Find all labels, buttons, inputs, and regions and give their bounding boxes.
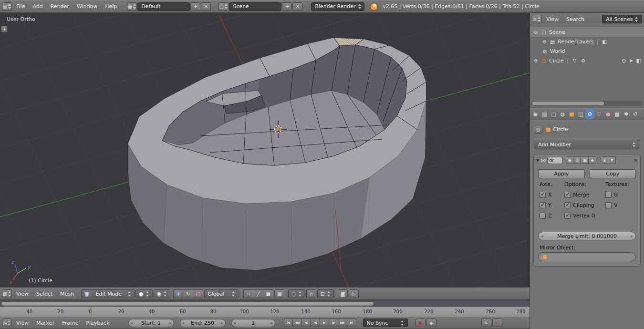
context-object-chip[interactable]: ■ Circle — [546, 126, 568, 133]
checkbox-merge[interactable]: Merge — [564, 192, 595, 198]
move-modifier-down-button[interactable]: ▼ — [608, 156, 616, 164]
pin-id-button[interactable]: ◎ — [534, 125, 542, 134]
eye-icon[interactable]: ⊙ — [622, 58, 626, 64]
checkbox-clipping[interactable]: Clipping — [564, 202, 595, 208]
play-reverse-button[interactable]: ◀ — [311, 319, 320, 327]
mesh-object[interactable] — [128, 38, 426, 274]
editor-type-button-info[interactable]: ▤ — [2, 2, 12, 11]
properties-tab-world[interactable]: ◍ — [558, 109, 567, 119]
properties-tab-constraints[interactable]: ◫ — [576, 109, 585, 119]
add-modifier-button[interactable]: Add Modifier — [534, 140, 640, 149]
checkbox-axis-z[interactable]: Z — [540, 213, 552, 219]
copy-button[interactable]: Copy — [590, 169, 636, 178]
manipulator-rotate-button[interactable]: ↻ — [183, 289, 193, 298]
tl-menu-playback[interactable]: Playback — [83, 319, 113, 327]
timeline-scrollbar-handle[interactable] — [1, 301, 374, 306]
restrict-render-icon[interactable]: ◧ — [636, 58, 641, 64]
add-screen-layout-button[interactable]: + — [190, 2, 200, 11]
camera-icon[interactable]: ◧ — [601, 39, 608, 44]
editor-type-button-outliner[interactable]: ≡ — [532, 15, 542, 23]
expand-icon[interactable]: ⊕ — [533, 58, 539, 63]
tl-menu-marker[interactable]: Marker — [33, 319, 58, 327]
expand-icon[interactable]: ⊕ — [541, 39, 547, 44]
timeline-ruler[interactable]: -40 -20 0 20 40 60 80 100 120 140 160 18… — [0, 307, 530, 317]
move-modifier-up-button[interactable]: ▲ — [601, 156, 608, 164]
outliner-item-scene[interactable]: ⊖ ▢ Scene — [530, 27, 644, 37]
prev-frame-button[interactable]: ◀| — [302, 319, 311, 327]
mirror-object-field[interactable]: ■ — [538, 252, 636, 261]
toggle-cage-icon[interactable]: ◈ — [589, 156, 596, 164]
viewport-3d[interactable]: y z x User Ortho (1) Circle + ▦ View Sel… — [0, 13, 530, 300]
manipulator-translate-button[interactable]: ✚ — [173, 289, 183, 298]
checkbox-axis-x[interactable]: X — [540, 192, 552, 198]
insert-keyframe-button[interactable]: ✎ — [481, 319, 491, 327]
jump-prev-keyframe-button[interactable]: ◀◀ — [293, 319, 302, 327]
properties-tab-material[interactable]: ● — [603, 109, 613, 119]
properties-tab-object-data[interactable]: ▽ — [594, 109, 603, 119]
frame-end-field[interactable]: End: 250 — [180, 319, 226, 327]
transform-orientation-select[interactable]: Global — [204, 289, 239, 298]
screen-layout-name-field[interactable]: Default — [137, 2, 190, 11]
menu-window[interactable]: Window — [73, 2, 101, 10]
toolbar-expand-button[interactable]: + — [1, 26, 8, 32]
outliner-item-circle[interactable]: ⊕ ○ Circle | ▽ ⚙ ⊙ ➤ ◧ — [530, 56, 644, 65]
outliner-scrollbar-handle[interactable] — [532, 102, 604, 105]
pivot-point-select[interactable]: ◉ — [154, 289, 171, 298]
menu-add[interactable]: Add — [29, 2, 46, 10]
vp-menu-select[interactable]: Select — [33, 290, 56, 298]
face-select-mode-button[interactable]: ■ — [263, 289, 273, 298]
jump-next-keyframe-button[interactable]: ▶▶ — [338, 319, 347, 327]
toggle-render-icon[interactable]: ◉ — [566, 156, 573, 164]
checkbox-texture-u[interactable]: U — [605, 192, 629, 198]
properties-tab-render[interactable]: ◉ — [531, 109, 540, 119]
outliner-scrollbar[interactable] — [531, 101, 643, 106]
properties-tab-scene[interactable]: ▢ — [549, 109, 558, 119]
mode-select[interactable]: ▣ Edit Mode — [81, 289, 135, 298]
frame-start-field[interactable]: Start: 1 — [128, 319, 174, 327]
vp-menu-view[interactable]: View — [13, 290, 32, 298]
outliner-item-world[interactable]: ◍ World — [530, 46, 644, 56]
timeline-scrollbar[interactable] — [0, 300, 530, 307]
apply-button[interactable]: Apply — [538, 169, 585, 178]
properties-tab-particles[interactable]: ✱ — [622, 109, 631, 119]
vertex-select-mode-button[interactable]: ∷ — [243, 289, 253, 298]
checkbox-texture-v[interactable]: V — [605, 202, 629, 208]
delete-keyframe-button[interactable]: ✕ — [492, 319, 502, 327]
edge-select-mode-button[interactable]: ╱ — [253, 289, 263, 298]
proportional-editing-select[interactable]: ◌ — [288, 289, 305, 298]
play-button[interactable]: ▶ — [320, 319, 329, 327]
properties-tab-texture[interactable]: ▦ — [613, 109, 622, 119]
vp-menu-mesh[interactable]: Mesh — [57, 290, 77, 298]
toggle-realtime-eye-icon[interactable]: ⊙ — [573, 156, 581, 164]
limit-selection-visible-button[interactable]: ▩ — [274, 289, 284, 298]
browse-scene-button[interactable]: ▢ — [218, 2, 229, 11]
menu-file[interactable]: File — [13, 2, 28, 10]
browse-screen-layout-button[interactable]: ▦ — [127, 2, 137, 11]
keying-set-button[interactable]: ◈ — [426, 319, 436, 327]
modifier-name-field[interactable]: or — [547, 157, 562, 164]
viewport-shading-select[interactable]: ● — [135, 289, 153, 298]
add-scene-button[interactable]: + — [282, 2, 292, 11]
next-frame-button[interactable]: |▶ — [329, 319, 338, 327]
toggle-editmode-icon[interactable]: ▣ — [581, 156, 589, 164]
av-sync-select[interactable]: No Sync — [363, 319, 408, 327]
delete-modifier-button[interactable]: ✕ — [634, 158, 638, 163]
editor-type-button-3dview[interactable]: ▦ — [2, 289, 12, 298]
manipulator-scale-button[interactable]: ◰ — [193, 289, 203, 298]
checkbox-axis-y[interactable]: Y — [540, 202, 552, 208]
render-engine-select[interactable]: Blender Render — [311, 2, 364, 11]
expand-icon[interactable]: ⊖ — [533, 30, 539, 35]
properties-tab-render-layers[interactable]: ▤ — [540, 109, 549, 119]
menu-render[interactable]: Render — [47, 2, 73, 10]
jump-to-start-button[interactable]: |◀ — [284, 319, 293, 327]
jump-to-end-button[interactable]: ▶| — [347, 319, 356, 327]
unlink-screen-layout-button[interactable]: ✕ — [201, 2, 211, 11]
restrict-select-icon[interactable]: ➤ — [629, 58, 633, 64]
tl-menu-frame[interactable]: Frame — [59, 319, 82, 327]
outliner-menu-search[interactable]: Search — [563, 15, 588, 23]
outliner-filter-select[interactable]: All Scenes — [602, 15, 642, 23]
scene-name-field[interactable]: Scene — [229, 2, 281, 11]
outliner-menu-view[interactable]: View — [543, 15, 562, 23]
snap-toggle-button[interactable]: ∩ — [306, 289, 316, 298]
properties-tab-object[interactable]: ■ — [567, 109, 576, 119]
